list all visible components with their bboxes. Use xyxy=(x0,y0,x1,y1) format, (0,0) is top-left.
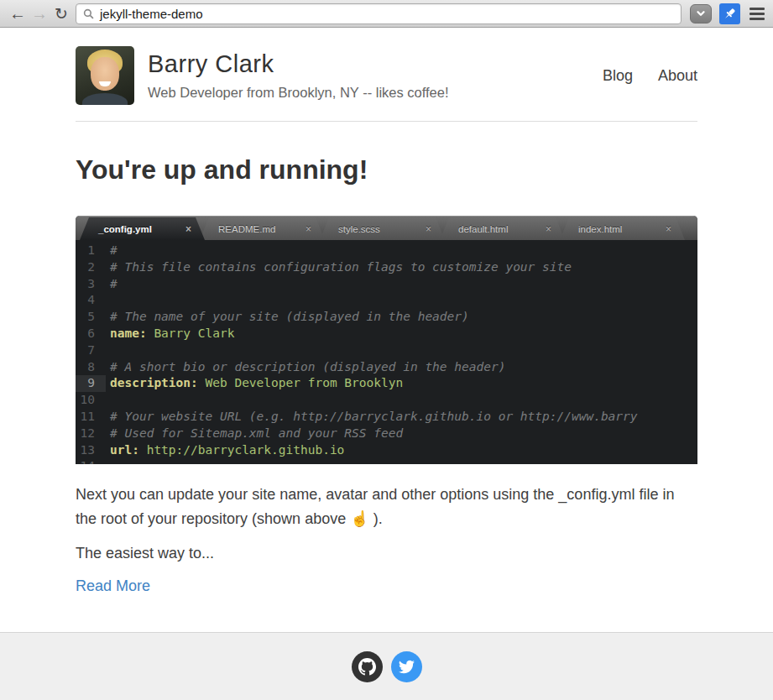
code-line: 13url: http://barryclark.github.io xyxy=(76,442,697,459)
tab-close-icon[interactable]: × xyxy=(306,224,311,234)
code-line: 11# Your website URL (e.g. http://barryc… xyxy=(76,409,697,426)
editor-tab[interactable]: style.scss× xyxy=(320,217,445,240)
editor-tab[interactable]: index.html× xyxy=(560,217,685,240)
site-header: Barry Clark Web Developer from Brooklyn,… xyxy=(76,46,697,122)
paragraph-easiest: The easiest way to... xyxy=(76,541,697,566)
forward-button[interactable]: → xyxy=(29,3,50,24)
code-line: 4 xyxy=(76,292,697,309)
code-line: 14 xyxy=(76,458,697,464)
editor-tab[interactable]: _config.yml× xyxy=(80,217,205,240)
post-title: You're up and running! xyxy=(76,154,697,185)
nav-link-about[interactable]: About xyxy=(658,67,697,85)
code-line: 12# Used for Sitemap.xml and your RSS fe… xyxy=(76,426,697,442)
code-line: 1# xyxy=(76,243,697,259)
tab-label: style.scss xyxy=(338,224,380,234)
read-more-link[interactable]: Read More xyxy=(76,577,150,595)
pocket-extension-button[interactable] xyxy=(690,4,712,24)
tab-label: README.md xyxy=(218,224,275,234)
nav-link-blog[interactable]: Blog xyxy=(603,67,633,85)
tab-label: default.html xyxy=(458,224,508,234)
back-button[interactable]: ← xyxy=(7,3,29,24)
code-line: 8# A short bio or description (displayed… xyxy=(76,359,697,376)
code-line: 5# The name of your site (displayed in t… xyxy=(76,309,697,326)
tab-close-icon[interactable]: × xyxy=(185,224,191,234)
code-lines: 1#2# This file contains configuration fl… xyxy=(76,240,697,464)
post-body: Next you can update your site name, avat… xyxy=(76,483,697,595)
code-line: 9description: Web Developer from Brookly… xyxy=(76,375,697,392)
code-editor-image: _config.yml×README.md×style.scss×default… xyxy=(76,216,697,464)
code-line: 2# This file contains configuration flag… xyxy=(76,259,697,276)
site-nav: Blog About xyxy=(603,67,697,85)
address-bar[interactable]: jekyll-theme-demo xyxy=(76,3,682,24)
code-line: 3# xyxy=(76,276,697,293)
search-icon xyxy=(83,8,94,19)
url-text: jekyll-theme-demo xyxy=(100,7,203,21)
tab-close-icon[interactable]: × xyxy=(426,224,431,234)
point-up-emoji: ☝ xyxy=(350,510,368,527)
browser-toolbar: ← → ↻ jekyll-theme-demo xyxy=(0,0,773,28)
tab-label: _config.yml xyxy=(98,224,152,234)
browser-window: ← → ↻ jekyll-theme-demo xyxy=(0,0,773,700)
code-line: 10 xyxy=(76,392,697,409)
editor-tab[interactable]: README.md× xyxy=(200,217,325,240)
code-line: 6name: Barry Clark xyxy=(76,326,697,342)
page-content: Barry Clark Web Developer from Brooklyn,… xyxy=(76,28,697,595)
editor-tabs: _config.yml×README.md×style.scss×default… xyxy=(76,216,697,240)
tab-close-icon[interactable]: × xyxy=(666,224,671,234)
site-name[interactable]: Barry Clark xyxy=(148,50,449,78)
twitter-icon[interactable] xyxy=(391,651,422,682)
code-line: 7 xyxy=(76,342,697,359)
tab-close-icon[interactable]: × xyxy=(546,224,551,234)
pushpin-icon xyxy=(722,6,738,22)
chevron-down-icon xyxy=(695,8,707,19)
github-icon[interactable] xyxy=(352,651,383,682)
menu-icon[interactable] xyxy=(748,5,766,23)
paragraph-config: Next you can update your site name, avat… xyxy=(76,483,697,531)
site-description: Web Developer from Brooklyn, NY -- likes… xyxy=(148,85,449,101)
editor-tab[interactable]: default.html× xyxy=(440,217,565,240)
avatar[interactable] xyxy=(76,46,134,105)
reload-button[interactable]: ↻ xyxy=(50,4,72,24)
pin-extension-button[interactable] xyxy=(719,3,740,24)
tab-label: index.html xyxy=(578,224,622,234)
site-footer xyxy=(0,632,773,700)
